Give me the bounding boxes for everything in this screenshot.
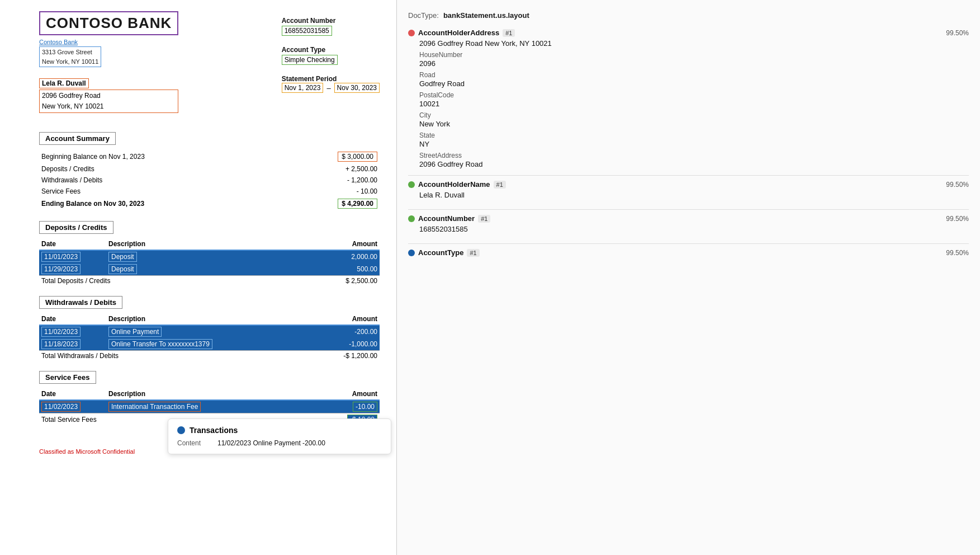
tooltip-popup: Transactions Content 11/02/2023 Online P… bbox=[168, 418, 391, 454]
tooltip-content-row: Content 11/02/2023 Online Payment -200.0… bbox=[177, 439, 382, 447]
housenumber-label: HouseNumber bbox=[419, 51, 969, 59]
fee-date-1: 11/02/2023 bbox=[41, 402, 81, 412]
field-name-left-name: AccountHolderName #1 bbox=[408, 180, 506, 189]
field-name-row-type: AccountType #1 99.50% bbox=[408, 248, 969, 257]
indicator-blue-icon bbox=[408, 250, 415, 256]
doctype-label: DocType: bbox=[408, 11, 439, 20]
postalcode-value: 10021 bbox=[419, 100, 969, 108]
field-account-holder-address: AccountHolderAddress #1 99.50% 2096 Godf… bbox=[408, 29, 969, 168]
fees-header: Service Fees bbox=[39, 371, 96, 384]
deposits-col-amount: Amount bbox=[252, 238, 380, 250]
field-name-row-name: AccountHolderName #1 99.50% bbox=[408, 180, 969, 189]
deposits-header: Deposits / Credits bbox=[39, 221, 113, 234]
bank-address-line2: New York, NY 10011 bbox=[42, 58, 98, 65]
deposits-label: Deposits / Credits bbox=[40, 164, 282, 174]
deposits-col-date: Date bbox=[39, 238, 106, 250]
field-name-row: AccountHolderAddress #1 99.50% bbox=[408, 29, 969, 37]
beginning-label: Beginning Balance on Nov 1, 2023 bbox=[40, 150, 282, 163]
tooltip-content-value: 11/02/2023 Online Payment -200.00 bbox=[217, 439, 325, 447]
streetaddress-value: 2096 Godfrey Road bbox=[419, 160, 969, 168]
period-end: Nov 30, 2023 bbox=[334, 83, 380, 93]
subfield-streetaddress: StreetAddress 2096 Godfrey Road bbox=[408, 152, 969, 168]
deposit-desc-2: Deposit bbox=[108, 264, 137, 274]
city-label: City bbox=[419, 111, 969, 119]
deposit-date-2: 11/29/2023 bbox=[41, 264, 81, 274]
customer-address-line2: New York, NY 10021 bbox=[42, 102, 104, 110]
deposits-col-desc: Description bbox=[106, 238, 252, 250]
customer-name-box: Lela R. Duvall bbox=[39, 78, 89, 88]
acct-number-value: 168552031585 bbox=[408, 224, 969, 237]
table-row: 11/02/2023 International Transaction Fee… bbox=[39, 400, 380, 413]
field-account-number: AccountNumber #1 99.50% 168552031585 bbox=[408, 214, 969, 237]
acct-number-field-label: AccountNumber bbox=[418, 214, 475, 223]
address-field-label: AccountHolderAddress bbox=[418, 29, 499, 37]
bank-logo: CONTOSO BANK bbox=[39, 11, 178, 35]
period-start: Nov 1, 2023 bbox=[282, 83, 324, 93]
doctype-value: bankStatement.us.layout bbox=[443, 11, 529, 20]
customer-address-box: 2096 Godfrey Road New York, NY 10021 bbox=[39, 90, 178, 113]
road-value: Godfrey Road bbox=[419, 79, 969, 88]
holder-name-confidence: 99.50% bbox=[946, 181, 969, 189]
acct-type-badge: #1 bbox=[467, 249, 479, 257]
info-panel: DocType: bankStatement.us.layout Account… bbox=[397, 0, 980, 555]
housenumber-value: 2096 bbox=[419, 59, 969, 68]
wd-total-value: -$ 1,200.00 bbox=[308, 351, 380, 361]
wd-col-date: Date bbox=[39, 313, 106, 325]
deposit-desc-1: Deposit bbox=[108, 252, 137, 262]
field-account-type: AccountType #1 99.50% bbox=[408, 248, 969, 257]
field-name-left-type: AccountType #1 bbox=[408, 248, 480, 257]
ending-label: Ending Balance on Nov 30, 2023 bbox=[40, 197, 282, 210]
deposits-total-label: Total Deposits / Credits bbox=[39, 276, 252, 286]
holder-name-badge: #1 bbox=[494, 181, 506, 189]
table-row: 11/02/2023 Online Payment -200.00 bbox=[39, 325, 380, 338]
bank-name[interactable]: Contoso Bank bbox=[39, 39, 178, 45]
withdrawals-table: Date Description Amount 11/02/2023 Onlin… bbox=[39, 313, 380, 361]
subfield-housenumber: HouseNumber 2096 bbox=[408, 51, 969, 68]
bank-address-box: 3313 Grove Street New York, NY 10011 bbox=[39, 46, 101, 67]
tooltip-dot-icon bbox=[177, 426, 185, 434]
beginning-value: $ 3,000.00 bbox=[338, 152, 377, 162]
fee-desc-1: International Transaction Fee bbox=[108, 402, 201, 412]
doctype-row: DocType: bankStatement.us.layout bbox=[408, 11, 969, 20]
subfield-postalcode: PostalCode 10021 bbox=[408, 91, 969, 108]
holder-name-field-label: AccountHolderName bbox=[418, 180, 490, 189]
account-type-box: Simple Checking bbox=[282, 55, 338, 65]
fee-col-date: Date bbox=[39, 388, 106, 400]
wd-col-amount: Amount bbox=[308, 313, 380, 325]
period-row: Nov 1, 2023 – Nov 30, 2023 bbox=[282, 83, 380, 93]
summary-table: Beginning Balance on Nov 1, 2023 $ 3,000… bbox=[39, 149, 380, 211]
table-row: 11/18/2023 Online Transfer To xxxxxxxx13… bbox=[39, 338, 380, 351]
state-value: NY bbox=[419, 140, 969, 148]
table-row: 11/01/2023 Deposit 2,000.00 bbox=[39, 250, 380, 263]
field-name-left: AccountHolderAddress #1 bbox=[408, 29, 515, 37]
tooltip-title-text: Transactions bbox=[190, 426, 238, 435]
document-panel: CONTOSO BANK Contoso Bank 3313 Grove Str… bbox=[0, 0, 397, 555]
deposits-value: + 2,500.00 bbox=[283, 164, 378, 174]
subfield-state: State NY bbox=[408, 131, 969, 148]
account-number-box: 168552031585 bbox=[282, 26, 332, 36]
withdrawals-header: Withdrawals / Debits bbox=[39, 296, 122, 309]
account-number-value: 168552031585 bbox=[285, 27, 329, 35]
acct-type-field-label: AccountType bbox=[418, 248, 463, 257]
wd-date-2: 11/18/2023 bbox=[41, 339, 81, 349]
fee-col-amount: Amount bbox=[307, 388, 380, 400]
holder-name-value: Lela R. Duvall bbox=[408, 190, 969, 203]
deposit-date-1: 11/01/2023 bbox=[41, 252, 81, 262]
customer-name: Lela R. Duvall bbox=[42, 79, 86, 87]
address-confidence: 99.50% bbox=[946, 29, 969, 37]
acct-number-confidence: 99.50% bbox=[946, 215, 969, 223]
bank-address-line1: 3313 Grove Street bbox=[42, 49, 92, 55]
subfield-road: Road Godfrey Road bbox=[408, 71, 969, 88]
indicator-red-icon bbox=[408, 30, 415, 36]
indicator-green2-icon bbox=[408, 215, 415, 222]
account-type-value: Simple Checking bbox=[285, 56, 335, 64]
account-summary-header: Account Summary bbox=[39, 132, 116, 145]
customer-address-line1: 2096 Godfrey Road bbox=[42, 92, 101, 100]
withdrawals-label: Withdrawals / Debits bbox=[40, 175, 282, 185]
tooltip-title: Transactions bbox=[177, 426, 382, 435]
table-row: 11/29/2023 Deposit 500.00 bbox=[39, 263, 380, 276]
fee-col-desc: Description bbox=[106, 388, 307, 400]
acct-number-badge: #1 bbox=[478, 215, 490, 223]
postalcode-label: PostalCode bbox=[419, 91, 969, 99]
period-label: Statement Period bbox=[282, 75, 380, 83]
